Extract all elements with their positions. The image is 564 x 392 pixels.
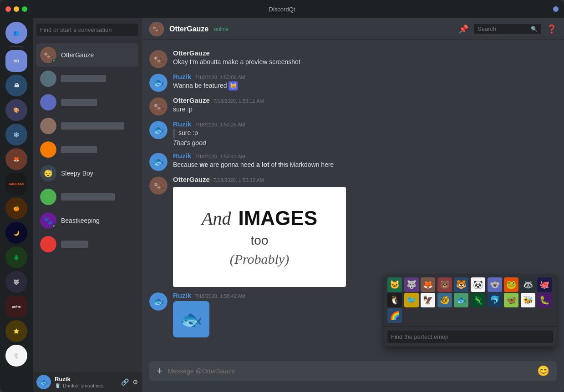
emoji-search-input[interactable] [387, 331, 553, 343]
avatar [40, 70, 56, 87]
avatar: 🦦 [40, 47, 56, 63]
message-text: Wanna be featured 😸 [173, 81, 557, 90]
link-icon[interactable]: 🔗 [121, 378, 129, 386]
message-text: Okay I'm aboutta make a preview screensh… [173, 58, 557, 67]
sidebar-item-sd[interactable]: SD [5, 50, 27, 72]
emoji-cell[interactable]: 🌈 [387, 308, 402, 323]
username: Ruzik [55, 376, 117, 382]
close-button[interactable] [5, 6, 11, 12]
dm-name: ██████ [61, 241, 88, 248]
emoji-cell[interactable]: 🐛 [537, 293, 552, 307]
dm-name: Beastkeeping [61, 217, 100, 224]
emoji-cell[interactable]: 🐻 [437, 277, 452, 292]
dm-item-5[interactable]: ████████ [36, 138, 138, 161]
dm-item-2[interactable]: ██████████ [36, 67, 138, 90]
emoji-cell[interactable]: 🐝 [521, 293, 535, 307]
emoji-cell[interactable]: 🦅 [421, 293, 435, 307]
emoji-cell[interactable]: 🐼 [471, 277, 485, 292]
emoji-cell[interactable]: 🐟 [454, 293, 468, 307]
message-header: Ruzik 7/18/2020, 1:53:43 AM [173, 152, 557, 160]
message-group: 🦦 OtterGauze 7/18/2020, 1:55:32 AM And I… [149, 174, 557, 289]
dm-name: Sleepy Boy [61, 170, 93, 177]
server-emoji: ❄️ [13, 132, 20, 138]
dm-item-beastkeeping[interactable]: 🐾 Beastkeeping [36, 209, 138, 232]
emoji-cell[interactable]: 🐺 [404, 277, 419, 292]
sidebar-item-s1[interactable]: 🏔 [5, 75, 27, 96]
message-author: OtterGauze [173, 49, 210, 57]
message-input-area: + 😊 [142, 361, 564, 392]
emoji-cell[interactable]: 🦎 [471, 293, 485, 307]
emoji-cell[interactable]: 🐧 [387, 293, 402, 307]
minimize-button[interactable] [14, 6, 19, 12]
sidebar-item-s5[interactable]: 🍊 [5, 197, 27, 219]
image-text-probably: (Probably) [230, 251, 290, 267]
dm-item-3[interactable]: ████████ [36, 90, 138, 114]
emoji-cell[interactable]: 🐨 [488, 277, 502, 292]
dm-name: ████████████ [61, 193, 115, 201]
emoji-cell[interactable]: 🦋 [504, 293, 518, 307]
user-controls: 🔗 ⚙ [121, 378, 138, 386]
dm-item-ottergauze[interactable]: 🦦 OtterGauze [36, 43, 138, 67]
emoji-cell[interactable]: 🐯 [454, 277, 468, 292]
dm-item-4[interactable]: ██████████████ [36, 114, 138, 138]
sidebar-item-s3[interactable]: ❄️ [5, 124, 27, 146]
emoji-cell[interactable]: 🐦 [404, 293, 419, 307]
server-emoji: 🌲 [13, 255, 20, 261]
sidebar-item-badlass[interactable]: BADLASS [5, 173, 27, 195]
server-emoji: 🎨 [13, 107, 20, 113]
message-input[interactable] [168, 367, 532, 375]
gear-icon[interactable]: ⚙ [132, 378, 138, 386]
dm-item-sleepy[interactable]: 😴 Sleepy Boy [36, 161, 138, 185]
status-emoji: 🥤 [55, 382, 61, 388]
window-controls [5, 6, 27, 12]
friends-icon: 👥 [13, 30, 20, 36]
chat-header: 🦦 OtterGauze online 📌 🔍 ❓ [142, 18, 564, 40]
server-emoji: 🍊 [13, 206, 20, 211]
emoji-cell[interactable]: 🦝 [521, 277, 535, 292]
emoji-cell[interactable]: 🐱 [387, 277, 402, 292]
message-content: OtterGauze 7/18/2020, 1:53:11 AM sure :p [173, 96, 557, 114]
message-author: Ruzik [173, 73, 191, 80]
online-indicator [52, 59, 56, 63]
server-emoji: 🏔 [14, 83, 19, 88]
sidebar-item-s7[interactable]: 🌲 [5, 246, 27, 268]
user-avatar: 🐟 [36, 375, 51, 389]
sidebar-item-s4[interactable]: 🦊 [5, 148, 27, 170]
maximize-button[interactable] [22, 6, 27, 12]
attach-button[interactable]: + [157, 365, 163, 377]
sidebar-item-heyte[interactable]: хейте [5, 296, 27, 317]
message-group: 🐟 Ruzik 7/18/2020, 1:53:25 AM sure :p Th… [149, 118, 557, 149]
image-text-and: And [202, 208, 231, 229]
help-icon[interactable]: ❓ [547, 24, 557, 34]
message-avatar: 🐟 [149, 292, 168, 311]
emoji-picker-button[interactable]: 😊 [537, 365, 549, 377]
emoji-cell[interactable]: 🦊 [421, 277, 435, 292]
emoji-cell[interactable]: 🐸 [504, 277, 518, 292]
avatar [40, 94, 56, 111]
bold-text: a lot [256, 161, 269, 168]
dm-item-9[interactable]: ██████ [36, 232, 138, 256]
sidebar-item-friends[interactable]: 👥 [5, 22, 27, 44]
sidebar-item-s9[interactable]: ⭐ [5, 320, 27, 342]
message-header: Ruzik 7/18/2020, 1:53:00 AM [173, 73, 557, 80]
sidebar-item-s6[interactable]: 🌙 [5, 222, 27, 244]
dm-search-input[interactable] [36, 24, 138, 36]
pin-icon[interactable]: 📌 [458, 24, 468, 34]
search-box[interactable]: 🔍 [474, 24, 541, 34]
sidebar-item-s8[interactable]: 🐺 [5, 271, 27, 293]
dm-item-7[interactable]: ████████████ [36, 185, 138, 209]
message-input-box: + 😊 [149, 361, 557, 381]
sidebar-item-s2[interactable]: 🎨 [5, 99, 27, 121]
emoji-cell[interactable]: 🐠 [437, 293, 452, 307]
emoji-cell[interactable]: 🐙 [537, 277, 552, 292]
search-input[interactable] [478, 25, 527, 32]
image-text-too: too [251, 233, 269, 248]
message-avatar: 🐟 [149, 121, 168, 139]
chat-area: 🦦 OtterGauze online 📌 🔍 ❓ 🦦 [142, 18, 564, 392]
message-group: 🦦 OtterGauze 7/18/2020, 1:53:11 AM sure … [149, 95, 557, 117]
message-header: OtterGauze 7/18/2020, 1:55:32 AM [173, 176, 557, 183]
user-info: Ruzik 🥤 Drinkin' smoothies [55, 376, 117, 388]
sidebar-item-s10[interactable]: 🐇 [5, 345, 27, 367]
emoji-cell[interactable]: 🐬 [488, 293, 502, 307]
server-emoji: 🐺 [13, 279, 20, 285]
